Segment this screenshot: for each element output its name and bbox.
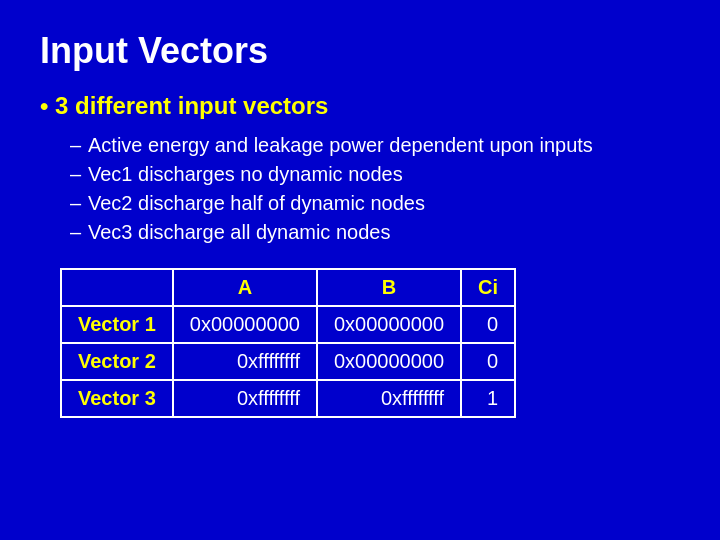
row1-b: 0x00000000	[317, 306, 461, 343]
sub-bullet-4: Vec3 discharge all dynamic nodes	[70, 221, 680, 244]
row1-ci: 0	[461, 306, 515, 343]
row2-label: Vector 2	[61, 343, 173, 380]
row2-ci: 0	[461, 343, 515, 380]
row1-a: 0x00000000	[173, 306, 317, 343]
row1-label: Vector 1	[61, 306, 173, 343]
sub-bullets-list: Active energy and leakage power dependen…	[70, 134, 680, 244]
vector-table: A B Ci Vector 1 0x00000000 0x00000000 0 …	[60, 268, 516, 418]
row3-b: 0xffffffff	[317, 380, 461, 417]
sub-bullet-2: Vec1 discharges no dynamic nodes	[70, 163, 680, 186]
table-row: Vector 1 0x00000000 0x00000000 0	[61, 306, 515, 343]
main-bullet: • 3 different input vectors	[40, 92, 680, 120]
table-row: Vector 2 0xffffffff 0x00000000 0	[61, 343, 515, 380]
col-header-ci: Ci	[461, 269, 515, 306]
sub-bullet-3: Vec2 discharge half of dynamic nodes	[70, 192, 680, 215]
page-title: Input Vectors	[40, 30, 680, 72]
row3-label: Vector 3	[61, 380, 173, 417]
col-header-b: B	[317, 269, 461, 306]
row3-a: 0xffffffff	[173, 380, 317, 417]
table-row: Vector 3 0xffffffff 0xffffffff 1	[61, 380, 515, 417]
row3-ci: 1	[461, 380, 515, 417]
row2-a: 0xffffffff	[173, 343, 317, 380]
row2-b: 0x00000000	[317, 343, 461, 380]
col-header-empty	[61, 269, 173, 306]
col-header-a: A	[173, 269, 317, 306]
sub-bullet-1: Active energy and leakage power dependen…	[70, 134, 680, 157]
